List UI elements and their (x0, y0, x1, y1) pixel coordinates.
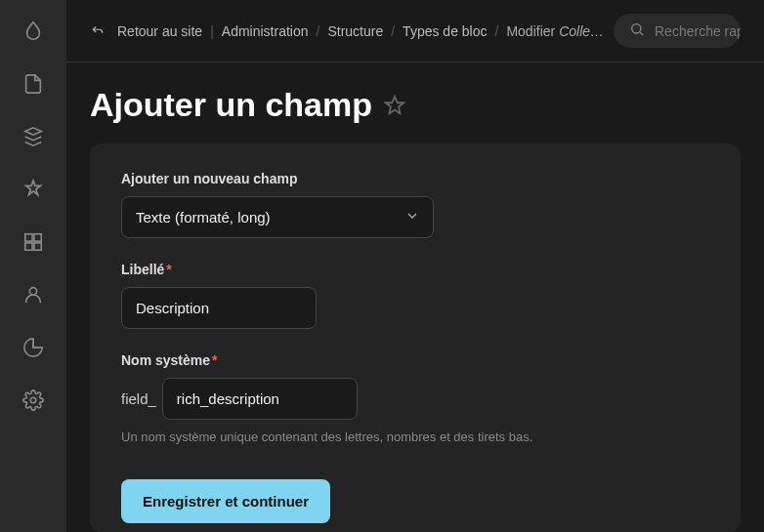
appearance-icon[interactable] (21, 178, 45, 201)
machine-name-help: Un nom système unique contenant des lett… (121, 430, 709, 444)
svg-rect-1 (34, 234, 41, 241)
search-icon (629, 21, 645, 40)
page-header: Ajouter un champ (66, 62, 764, 143)
breadcrumb-modifier-italic: Colle… (559, 23, 604, 39)
breadcrumb-sep: / (391, 23, 395, 39)
machine-name-input[interactable] (162, 378, 358, 420)
topbar: Retour au site | Administration / Struct… (66, 0, 764, 62)
structure-icon[interactable] (21, 125, 45, 148)
search-input[interactable]: Recherche rap (614, 14, 741, 48)
breadcrumb-admin[interactable]: Administration (222, 23, 309, 39)
breadcrumb-back[interactable]: Retour au site (117, 23, 202, 39)
field-type-value: Texte (formaté, long) (121, 196, 434, 238)
submit-button[interactable]: Enregistrer et continuer (121, 479, 330, 523)
chevron-down-icon (404, 208, 420, 227)
svg-point-5 (30, 397, 36, 403)
field-type-select[interactable]: Texte (formaté, long) (121, 196, 434, 238)
svg-point-4 (29, 288, 36, 295)
svg-point-6 (632, 24, 641, 33)
main-area: Retour au site | Administration / Struct… (66, 0, 764, 532)
breadcrumb-sep: / (495, 23, 499, 39)
label-input[interactable] (121, 287, 317, 329)
machine-name-row: field_ (121, 378, 709, 420)
required-marker: * (166, 262, 171, 277)
breadcrumb-modifier[interactable]: Modifier Colle… (506, 23, 604, 39)
form-card: Ajouter un nouveau champ Texte (formaté,… (90, 143, 741, 532)
breadcrumb-modifier-text: Modifier (506, 23, 555, 39)
breadcrumb-structure[interactable]: Structure (327, 23, 383, 39)
required-marker: * (212, 352, 217, 368)
drupal-logo-icon[interactable] (21, 20, 45, 43)
people-icon[interactable] (21, 283, 45, 307)
machine-name-label: Nom système* (121, 352, 709, 368)
extend-icon[interactable] (21, 230, 45, 254)
breadcrumb-block-types[interactable]: Types de bloc (403, 23, 487, 39)
star-icon[interactable] (384, 95, 405, 116)
field-type-group: Ajouter un nouveau champ Texte (formaté,… (121, 171, 709, 238)
svg-rect-2 (25, 243, 32, 250)
add-field-label: Ajouter un nouveau champ (121, 171, 709, 186)
search-placeholder: Recherche rap (655, 23, 741, 39)
configuration-icon[interactable] (21, 389, 45, 412)
breadcrumb-sep: / (317, 23, 320, 39)
svg-rect-0 (25, 234, 32, 241)
breadcrumb: Retour au site | Administration / Struct… (90, 23, 606, 39)
svg-rect-3 (34, 243, 41, 250)
page-title: Ajouter un champ (90, 86, 372, 124)
breadcrumb-sep: | (210, 23, 214, 39)
machine-name-prefix: field_ (121, 390, 156, 407)
sidebar (0, 0, 66, 532)
back-icon (90, 23, 106, 39)
label-field-label: Libellé* (121, 262, 709, 277)
machine-name-group: Nom système* field_ Un nom système uniqu… (121, 352, 709, 444)
reports-icon[interactable] (21, 336, 45, 359)
label-group: Libellé* (121, 262, 709, 329)
content-icon[interactable] (21, 72, 45, 96)
